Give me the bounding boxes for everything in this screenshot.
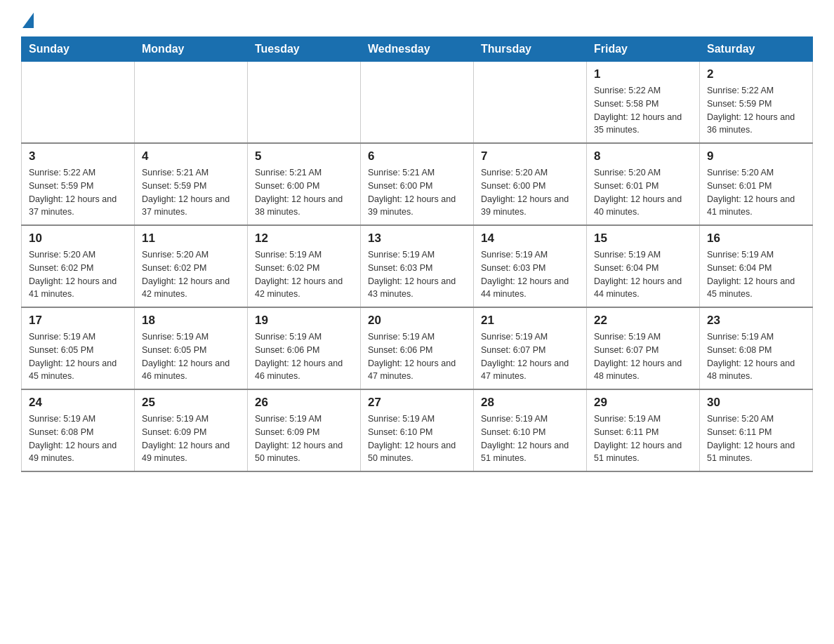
day-number: 23 [707, 314, 805, 328]
calendar-cell: 17Sunrise: 5:19 AMSunset: 6:05 PMDayligh… [22, 307, 135, 389]
day-info: Sunrise: 5:19 AMSunset: 6:02 PMDaylight:… [255, 248, 353, 301]
calendar-cell: 23Sunrise: 5:19 AMSunset: 6:08 PMDayligh… [700, 307, 813, 389]
day-number: 2 [707, 67, 805, 81]
day-info: Sunrise: 5:19 AMSunset: 6:04 PMDaylight:… [707, 248, 805, 301]
calendar-cell: 18Sunrise: 5:19 AMSunset: 6:05 PMDayligh… [135, 307, 248, 389]
day-info: Sunrise: 5:19 AMSunset: 6:05 PMDaylight:… [142, 330, 240, 383]
weekday-header-thursday: Thursday [474, 37, 587, 62]
weekday-header-wednesday: Wednesday [361, 37, 474, 62]
calendar-cell: 19Sunrise: 5:19 AMSunset: 6:06 PMDayligh… [248, 307, 361, 389]
calendar-cell: 26Sunrise: 5:19 AMSunset: 6:09 PMDayligh… [248, 389, 361, 471]
day-info: Sunrise: 5:19 AMSunset: 6:06 PMDaylight:… [368, 330, 466, 383]
day-number: 27 [368, 396, 466, 410]
calendar-table: SundayMondayTuesdayWednesdayThursdayFrid… [21, 36, 813, 472]
day-number: 16 [707, 232, 805, 246]
day-number: 30 [707, 396, 805, 410]
calendar-week-row: 24Sunrise: 5:19 AMSunset: 6:08 PMDayligh… [22, 389, 813, 471]
day-info: Sunrise: 5:19 AMSunset: 6:06 PMDaylight:… [255, 330, 353, 383]
calendar-cell: 8Sunrise: 5:20 AMSunset: 6:01 PMDaylight… [587, 143, 700, 225]
day-info: Sunrise: 5:21 AMSunset: 6:00 PMDaylight:… [368, 166, 466, 219]
calendar-cell: 28Sunrise: 5:19 AMSunset: 6:10 PMDayligh… [474, 389, 587, 471]
day-info: Sunrise: 5:20 AMSunset: 6:11 PMDaylight:… [707, 412, 805, 465]
day-number: 8 [594, 149, 692, 163]
calendar-cell: 11Sunrise: 5:20 AMSunset: 6:02 PMDayligh… [135, 225, 248, 307]
day-number: 4 [142, 149, 240, 163]
day-number: 19 [255, 314, 353, 328]
calendar-cell: 2Sunrise: 5:22 AMSunset: 5:59 PMDaylight… [700, 62, 813, 144]
day-info: Sunrise: 5:19 AMSunset: 6:09 PMDaylight:… [255, 412, 353, 465]
day-info: Sunrise: 5:22 AMSunset: 5:58 PMDaylight:… [594, 84, 692, 137]
day-number: 29 [594, 396, 692, 410]
calendar-cell [22, 62, 135, 144]
day-number: 1 [594, 67, 692, 81]
day-number: 25 [142, 396, 240, 410]
weekday-header-tuesday: Tuesday [248, 37, 361, 62]
calendar-week-row: 1Sunrise: 5:22 AMSunset: 5:58 PMDaylight… [22, 62, 813, 144]
calendar-cell: 7Sunrise: 5:20 AMSunset: 6:00 PMDaylight… [474, 143, 587, 225]
calendar-cell: 10Sunrise: 5:20 AMSunset: 6:02 PMDayligh… [22, 225, 135, 307]
calendar-cell: 6Sunrise: 5:21 AMSunset: 6:00 PMDaylight… [361, 143, 474, 225]
day-info: Sunrise: 5:20 AMSunset: 6:01 PMDaylight:… [707, 166, 805, 219]
day-info: Sunrise: 5:19 AMSunset: 6:03 PMDaylight:… [481, 248, 579, 301]
day-info: Sunrise: 5:21 AMSunset: 6:00 PMDaylight:… [255, 166, 353, 219]
day-info: Sunrise: 5:19 AMSunset: 6:08 PMDaylight:… [707, 330, 805, 383]
day-number: 9 [707, 149, 805, 163]
day-number: 3 [29, 149, 127, 163]
day-info: Sunrise: 5:19 AMSunset: 6:07 PMDaylight:… [481, 330, 579, 383]
day-info: Sunrise: 5:20 AMSunset: 6:02 PMDaylight:… [29, 248, 127, 301]
calendar-cell [361, 62, 474, 144]
day-info: Sunrise: 5:20 AMSunset: 6:00 PMDaylight:… [481, 166, 579, 219]
day-number: 11 [142, 232, 240, 246]
day-number: 20 [368, 314, 466, 328]
day-info: Sunrise: 5:20 AMSunset: 6:02 PMDaylight:… [142, 248, 240, 301]
calendar-cell: 9Sunrise: 5:20 AMSunset: 6:01 PMDaylight… [700, 143, 813, 225]
day-number: 10 [29, 232, 127, 246]
calendar-cell: 16Sunrise: 5:19 AMSunset: 6:04 PMDayligh… [700, 225, 813, 307]
calendar-cell: 3Sunrise: 5:22 AMSunset: 5:59 PMDaylight… [22, 143, 135, 225]
calendar-cell: 13Sunrise: 5:19 AMSunset: 6:03 PMDayligh… [361, 225, 474, 307]
calendar-cell [135, 62, 248, 144]
day-number: 6 [368, 149, 466, 163]
day-number: 14 [481, 232, 579, 246]
calendar-cell: 30Sunrise: 5:20 AMSunset: 6:11 PMDayligh… [700, 389, 813, 471]
calendar-cell: 12Sunrise: 5:19 AMSunset: 6:02 PMDayligh… [248, 225, 361, 307]
day-number: 18 [142, 314, 240, 328]
day-info: Sunrise: 5:19 AMSunset: 6:10 PMDaylight:… [368, 412, 466, 465]
calendar-cell: 22Sunrise: 5:19 AMSunset: 6:07 PMDayligh… [587, 307, 700, 389]
calendar-week-row: 10Sunrise: 5:20 AMSunset: 6:02 PMDayligh… [22, 225, 813, 307]
weekday-header-row: SundayMondayTuesdayWednesdayThursdayFrid… [22, 37, 813, 62]
weekday-header-sunday: Sunday [22, 37, 135, 62]
day-number: 28 [481, 396, 579, 410]
calendar-cell: 24Sunrise: 5:19 AMSunset: 6:08 PMDayligh… [22, 389, 135, 471]
day-info: Sunrise: 5:20 AMSunset: 6:01 PMDaylight:… [594, 166, 692, 219]
calendar-cell: 15Sunrise: 5:19 AMSunset: 6:04 PMDayligh… [587, 225, 700, 307]
day-info: Sunrise: 5:19 AMSunset: 6:09 PMDaylight:… [142, 412, 240, 465]
weekday-header-saturday: Saturday [700, 37, 813, 62]
calendar-cell: 1Sunrise: 5:22 AMSunset: 5:58 PMDaylight… [587, 62, 700, 144]
day-info: Sunrise: 5:19 AMSunset: 6:08 PMDaylight:… [29, 412, 127, 465]
calendar-cell: 5Sunrise: 5:21 AMSunset: 6:00 PMDaylight… [248, 143, 361, 225]
day-info: Sunrise: 5:19 AMSunset: 6:10 PMDaylight:… [481, 412, 579, 465]
day-info: Sunrise: 5:19 AMSunset: 6:11 PMDaylight:… [594, 412, 692, 465]
calendar-cell: 20Sunrise: 5:19 AMSunset: 6:06 PMDayligh… [361, 307, 474, 389]
day-number: 22 [594, 314, 692, 328]
calendar-cell: 21Sunrise: 5:19 AMSunset: 6:07 PMDayligh… [474, 307, 587, 389]
day-number: 21 [481, 314, 579, 328]
day-number: 24 [29, 396, 127, 410]
calendar-cell: 14Sunrise: 5:19 AMSunset: 6:03 PMDayligh… [474, 225, 587, 307]
day-info: Sunrise: 5:19 AMSunset: 6:03 PMDaylight:… [368, 248, 466, 301]
day-number: 13 [368, 232, 466, 246]
day-number: 26 [255, 396, 353, 410]
calendar-cell [474, 62, 587, 144]
calendar-week-row: 3Sunrise: 5:22 AMSunset: 5:59 PMDaylight… [22, 143, 813, 225]
day-info: Sunrise: 5:22 AMSunset: 5:59 PMDaylight:… [707, 84, 805, 137]
logo [21, 14, 34, 29]
day-number: 7 [481, 149, 579, 163]
day-info: Sunrise: 5:21 AMSunset: 5:59 PMDaylight:… [142, 166, 240, 219]
day-number: 12 [255, 232, 353, 246]
day-info: Sunrise: 5:19 AMSunset: 6:05 PMDaylight:… [29, 330, 127, 383]
day-number: 5 [255, 149, 353, 163]
page-header [21, 14, 813, 29]
weekday-header-monday: Monday [135, 37, 248, 62]
calendar-week-row: 17Sunrise: 5:19 AMSunset: 6:05 PMDayligh… [22, 307, 813, 389]
